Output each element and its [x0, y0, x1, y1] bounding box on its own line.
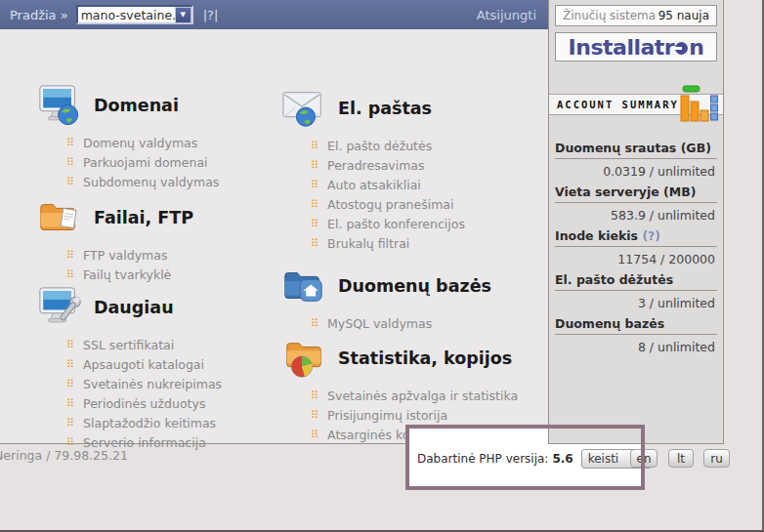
bullet-icon: ⠿ — [66, 157, 74, 168]
php-version-value: 5.6 — [552, 452, 573, 466]
bullet-icon: ⠿ — [311, 141, 318, 151]
bullet-icon: ⠿ — [66, 359, 74, 370]
section-title: Statistika, kopijos — [338, 348, 512, 368]
bullet-icon: ⠿ — [311, 390, 318, 401]
menu-item[interactable]: ⠿El. pašto dėžutės — [311, 136, 540, 155]
breadcrumb[interactable]: Pradžia » — [10, 8, 68, 22]
bullet-icon: ⠿ — [66, 418, 74, 429]
logout-link[interactable]: Atsijungti — [477, 8, 536, 22]
help-link[interactable]: |?| — [203, 8, 219, 22]
section-title: El. paštas — [338, 99, 432, 118]
bullet-icon: ⠿ — [66, 138, 74, 148]
bullet-icon: ⠿ — [66, 437, 74, 448]
stat-disk: Vieta serveryje (MB) 583.9 / unlimited — [555, 184, 717, 223]
section-domains: Domenai ⠿Domenų valdymas ⠿Parkuojami dom… — [37, 83, 296, 191]
usage-stats: Duomenų srautas (GB) 0.0319 / unlimited … — [555, 141, 717, 354]
inode-help-link[interactable]: (?) — [642, 228, 660, 243]
menu-item[interactable]: ⠿SSL sertifikatai — [66, 335, 296, 354]
menu-item[interactable]: ⠿Periodinės užduotys — [66, 393, 296, 413]
files-ftp-icon — [37, 196, 82, 239]
account-summary-banner: ACCOUNT SUMMARY — [549, 94, 723, 115]
menu-item[interactable]: ⠿Apsaugoti katalogai — [66, 354, 296, 374]
account-summary-title: ACCOUNT SUMMARY — [557, 99, 679, 110]
installatron-banner[interactable]: Installatrn — [555, 32, 717, 61]
bullet-icon: ⠿ — [311, 430, 318, 440]
bullet-icon: ⠿ — [66, 269, 74, 280]
bullet-icon: ⠿ — [66, 340, 74, 350]
control-panel-page: Pradžia » mano-svetaine.lt ▼ |?| Atsijun… — [0, 0, 764, 532]
bullet-icon: ⠿ — [311, 219, 318, 229]
bullet-icon: ⠿ — [66, 250, 74, 261]
main-menu-panel: Domenai ⠿Domenų valdymas ⠿Parkuojami dom… — [0, 29, 548, 444]
messages-box[interactable]: Žinučių sistema 95 nauja — [555, 5, 717, 26]
menu-item[interactable]: ⠿Domenų valdymas — [66, 133, 296, 152]
menu-item[interactable]: ⠿FTP valdymas — [66, 245, 296, 265]
bullet-icon: ⠿ — [311, 199, 318, 210]
bar-chart-icon — [679, 84, 719, 123]
domains-icon — [37, 84, 82, 127]
menu-item[interactable]: ⠿Svetainės apžvalga ir statistika — [311, 386, 540, 405]
statistics-icon — [281, 337, 326, 380]
domain-select[interactable]: mano-svetaine.lt ▼ — [76, 5, 193, 24]
menu-item[interactable]: ⠿Brukalų filtrai — [311, 233, 540, 253]
stat-databases: Duomenų bazės 8 / unlimited — [555, 316, 717, 354]
bullet-icon: ⠿ — [311, 318, 318, 329]
section-files-ftp: Failai, FTP ⠿FTP valdymas ⠿Failų tvarkyk… — [37, 195, 296, 284]
language-button-en[interactable]: en — [630, 449, 658, 468]
stat-mailboxes: El. pašto dėžutės 3 / unlimited — [555, 272, 717, 310]
more-tools-icon — [37, 286, 82, 329]
bullet-icon: ⠿ — [311, 160, 318, 171]
menu-item[interactable]: ⠿Peradresavimas — [311, 155, 540, 175]
stat-inodes: Inode kiekis (?) 11754 / 200000 — [555, 228, 717, 266]
account-sidebar: Žinučių sistema 95 nauja Installatrn ACC… — [548, 0, 724, 444]
logo-o-glyph — [675, 42, 688, 55]
messages-label: Žinučių sistema — [563, 9, 658, 22]
server-host-info: Neringa / 79.98.25.21 — [0, 448, 128, 463]
section-title: Domenai — [94, 96, 179, 115]
stat-traffic: Duomenų srautas (GB) 0.0319 / unlimited — [555, 141, 717, 179]
section-title: Failai, FTP — [94, 208, 193, 227]
menu-item[interactable]: ⠿Parkuojami domenai — [66, 152, 296, 172]
menu-item[interactable]: ⠿Subdomenų valdymas — [66, 172, 296, 191]
bullet-icon: ⠿ — [66, 177, 74, 187]
domain-select-value: mano-svetaine.lt — [78, 8, 175, 22]
section-more: Daugiau ⠿SSL sertifikatai ⠿Apsaugoti kat… — [37, 285, 296, 452]
menu-item[interactable]: ⠿El. pašto konferencijos — [311, 214, 540, 233]
php-version-label: Dabartinė PHP versija: — [417, 452, 548, 466]
databases-icon — [281, 265, 326, 307]
bullet-icon: ⠿ — [311, 238, 318, 249]
bullet-icon: ⠿ — [66, 379, 74, 389]
language-button-ru[interactable]: ru — [703, 449, 730, 468]
sidebar-corner-patch — [548, 427, 642, 444]
bullet-icon: ⠿ — [311, 180, 318, 190]
menu-item[interactable]: ⠿Prisijungimų istorija — [311, 405, 540, 425]
section-databases: Duomenų bazės ⠿MySQL valdymas — [281, 264, 540, 333]
menu-item[interactable]: ⠿Svetainės nukreipimas — [66, 374, 296, 393]
bullet-icon: ⠿ — [311, 410, 318, 421]
php-version-row: Dabartinė PHP versija: 5.6 keisti ∨ — [417, 448, 652, 469]
menu-item[interactable]: ⠿Slaptažodžio keitimas — [66, 413, 296, 432]
section-title: Duomenų bazės — [338, 276, 491, 296]
dropdown-arrow-icon[interactable]: ▼ — [175, 7, 191, 23]
bullet-icon: ⠿ — [66, 398, 74, 409]
header-bar: Pradžia » mano-svetaine.lt ▼ |?| Atsijun… — [0, 0, 548, 29]
messages-count: 95 nauja — [658, 9, 709, 22]
installatron-logo: Installatrn — [569, 35, 704, 60]
section-email: El. paštas ⠿El. pašto dėžutės ⠿Peradresa… — [281, 86, 540, 253]
menu-item[interactable]: ⠿Atostogų pranešimai — [311, 194, 540, 214]
menu-item[interactable]: ⠿MySQL valdymas — [311, 313, 540, 333]
section-title: Daugiau — [94, 298, 174, 317]
language-button-lt[interactable]: lt — [668, 449, 694, 468]
menu-item[interactable]: ⠿Failų tvarkyklė — [66, 265, 296, 284]
email-icon — [281, 87, 326, 130]
menu-item[interactable]: ⠿Auto atsakikliai — [311, 175, 540, 194]
